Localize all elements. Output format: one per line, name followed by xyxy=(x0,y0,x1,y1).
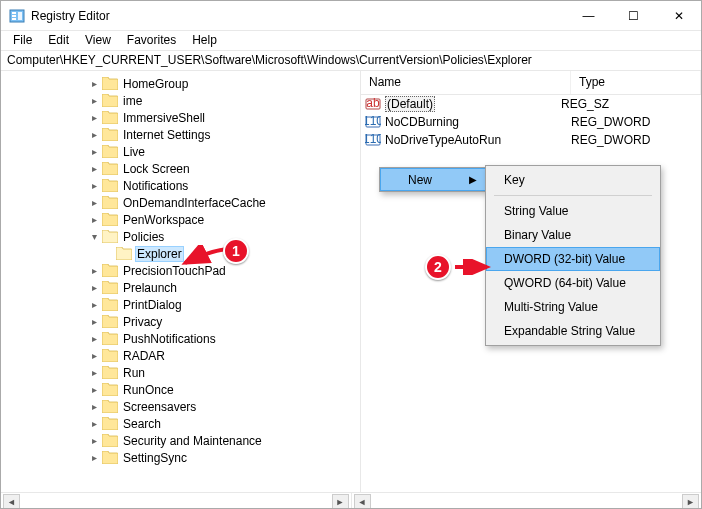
expander-icon[interactable]: ▸ xyxy=(87,299,101,310)
tree-node-internet-settings[interactable]: ▸Internet Settings xyxy=(3,126,360,143)
svg-text:110: 110 xyxy=(365,114,381,128)
expander-icon[interactable]: ▸ xyxy=(87,180,101,191)
app-icon xyxy=(9,8,25,24)
tree-node-lock-screen[interactable]: ▸Lock Screen xyxy=(3,160,360,177)
tree-node-run[interactable]: ▸Run xyxy=(3,364,360,381)
ctx-expandable-string-value[interactable]: Expandable String Value xyxy=(486,319,660,343)
ctx-dword-32-bit-value[interactable]: DWORD (32-bit) Value xyxy=(486,247,660,271)
expander-icon[interactable]: ▸ xyxy=(87,214,101,225)
ctx-binary-value[interactable]: Binary Value xyxy=(486,223,660,247)
tree-node-label: Security and Maintenance xyxy=(121,434,264,448)
expander-icon[interactable]: ▸ xyxy=(87,401,101,412)
titlebar: Registry Editor — ☐ ✕ xyxy=(1,1,701,31)
tree-node-label: Notifications xyxy=(121,179,190,193)
expander-icon[interactable]: ▸ xyxy=(87,129,101,140)
expander-icon[interactable]: ▸ xyxy=(87,350,101,361)
value-row--default-[interactable]: ab(Default)REG_SZ xyxy=(361,95,701,113)
tree-node-label: PrintDialog xyxy=(121,298,184,312)
menu-file[interactable]: File xyxy=(5,31,40,50)
tree-node-prelaunch[interactable]: ▸Prelaunch xyxy=(3,279,360,296)
tree-node-label: Run xyxy=(121,366,147,380)
close-button[interactable]: ✕ xyxy=(656,1,701,31)
folder-icon xyxy=(102,451,118,464)
folder-icon xyxy=(102,77,118,90)
expander-icon[interactable]: ▸ xyxy=(87,316,101,327)
value-row-nocdburning[interactable]: 110NoCDBurningREG_DWORD xyxy=(361,113,701,131)
hscroll-left[interactable]: ◄ xyxy=(3,494,20,510)
tree-node-label: Privacy xyxy=(121,315,164,329)
folder-icon xyxy=(116,247,132,260)
col-type[interactable]: Type xyxy=(571,71,701,94)
expander-icon[interactable]: ▸ xyxy=(87,435,101,446)
menu-edit[interactable]: Edit xyxy=(40,31,77,50)
expander-icon[interactable]: ▾ xyxy=(87,231,101,242)
tree-node-label: Explorer xyxy=(135,246,184,262)
expander-icon[interactable]: ▸ xyxy=(87,418,101,429)
tree-node-runonce[interactable]: ▸RunOnce xyxy=(3,381,360,398)
submenu-arrow-icon: ▶ xyxy=(469,174,477,185)
tree-node-ime[interactable]: ▸ime xyxy=(3,92,360,109)
ctx-multi-string-value[interactable]: Multi-String Value xyxy=(486,295,660,319)
expander-icon[interactable]: ▸ xyxy=(87,282,101,293)
tree-node-settingsync[interactable]: ▸SettingSync xyxy=(3,449,360,466)
hscroll-right[interactable]: ► xyxy=(332,494,349,510)
hscroll-right-right-pane[interactable]: ► xyxy=(682,494,699,510)
expander-icon[interactable]: ▸ xyxy=(87,265,101,276)
expander-icon[interactable]: ▸ xyxy=(87,146,101,157)
expander-icon[interactable]: ▸ xyxy=(87,95,101,106)
menu-help[interactable]: Help xyxy=(184,31,225,50)
expander-icon[interactable]: ▸ xyxy=(87,333,101,344)
tree-node-privacy[interactable]: ▸Privacy xyxy=(3,313,360,330)
folder-icon xyxy=(102,264,118,277)
value-type-icon: 110 xyxy=(361,114,385,130)
tree-pane[interactable]: ▸HomeGroup▸ime▸ImmersiveShell▸Internet S… xyxy=(1,71,361,492)
expander-icon[interactable]: ▸ xyxy=(87,452,101,463)
folder-icon xyxy=(102,128,118,141)
tree-node-radar[interactable]: ▸RADAR xyxy=(3,347,360,364)
tree-node-immersiveshell[interactable]: ▸ImmersiveShell xyxy=(3,109,360,126)
tree-node-security-and-maintenance[interactable]: ▸Security and Maintenance xyxy=(3,432,360,449)
address-bar[interactable]: Computer\HKEY_CURRENT_USER\Software\Micr… xyxy=(1,51,701,71)
ctx-key[interactable]: Key xyxy=(486,168,660,192)
value-type-icon: 110 xyxy=(361,132,385,148)
folder-icon xyxy=(102,94,118,107)
tree-node-live[interactable]: ▸Live xyxy=(3,143,360,160)
ctx-string-value[interactable]: String Value xyxy=(486,199,660,223)
maximize-button[interactable]: ☐ xyxy=(611,1,656,31)
expander-icon[interactable]: ▸ xyxy=(87,163,101,174)
expander-icon[interactable]: ▸ xyxy=(87,78,101,89)
tree-node-label: Internet Settings xyxy=(121,128,212,142)
tree-node-printdialog[interactable]: ▸PrintDialog xyxy=(3,296,360,313)
expander-icon[interactable]: ▸ xyxy=(87,367,101,378)
tree-node-ondemandinterfacecache[interactable]: ▸OnDemandInterfaceCache xyxy=(3,194,360,211)
menu-view[interactable]: View xyxy=(77,31,119,50)
value-type: REG_SZ xyxy=(561,97,701,111)
tree-node-search[interactable]: ▸Search xyxy=(3,415,360,432)
tree-node-screensavers[interactable]: ▸Screensavers xyxy=(3,398,360,415)
folder-icon xyxy=(102,383,118,396)
folder-icon xyxy=(102,417,118,430)
ctx-qword-64-bit-value[interactable]: QWORD (64-bit) Value xyxy=(486,271,660,295)
expander-icon[interactable]: ▸ xyxy=(87,384,101,395)
expander-icon[interactable]: ▸ xyxy=(87,112,101,123)
value-row-nodrivetypeautorun[interactable]: 110NoDriveTypeAutoRunREG_DWORD xyxy=(361,131,701,149)
tree-node-notifications[interactable]: ▸Notifications xyxy=(3,177,360,194)
tree-node-label: HomeGroup xyxy=(121,77,190,91)
expander-icon[interactable]: ▸ xyxy=(87,197,101,208)
svg-text:ab: ab xyxy=(366,96,380,110)
tree-node-homegroup[interactable]: ▸HomeGroup xyxy=(3,75,360,92)
window-title: Registry Editor xyxy=(31,9,566,23)
tree-node-pushnotifications[interactable]: ▸PushNotifications xyxy=(3,330,360,347)
menu-favorites[interactable]: Favorites xyxy=(119,31,184,50)
col-name[interactable]: Name xyxy=(361,71,571,94)
tree-node-label: SettingSync xyxy=(121,451,189,465)
folder-icon xyxy=(102,179,118,192)
tree-node-label: Prelaunch xyxy=(121,281,179,295)
tree-node-penworkspace[interactable]: ▸PenWorkspace xyxy=(3,211,360,228)
minimize-button[interactable]: — xyxy=(566,1,611,31)
context-menu: New ▶ xyxy=(379,167,487,192)
tree-node-policies[interactable]: ▾Policies xyxy=(3,228,360,245)
tree-node-label: Screensavers xyxy=(121,400,198,414)
hscroll-left-right-pane[interactable]: ◄ xyxy=(354,494,371,510)
ctx-new[interactable]: New ▶ xyxy=(380,168,486,191)
